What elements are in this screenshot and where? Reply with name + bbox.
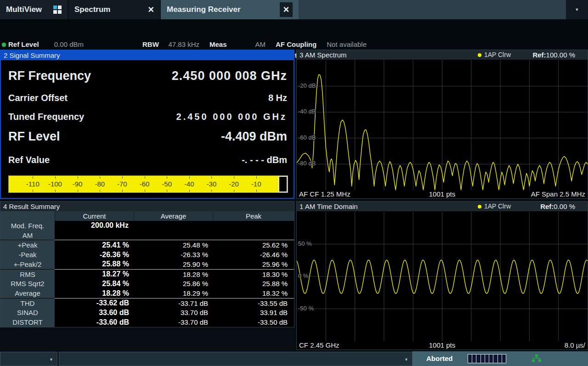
tab-spectrum[interactable]: Spectrum × bbox=[68, 0, 160, 19]
column-header-peak: Peak bbox=[213, 211, 294, 221]
close-icon[interactable]: × bbox=[148, 5, 154, 14]
close-button[interactable]: × bbox=[280, 2, 293, 17]
meter-tick: -70 bbox=[111, 176, 134, 192]
tab-multiview[interactable]: MultiView bbox=[0, 0, 68, 19]
x-axis-points-label: 1001 pts bbox=[395, 190, 490, 198]
measurement-status-dot bbox=[2, 43, 6, 47]
setting-ref-level[interactable]: Ref Level 0.00 dBm bbox=[8, 40, 84, 49]
progress-segment bbox=[502, 355, 506, 363]
trace-legend: 1AP Clrw bbox=[478, 50, 511, 60]
x-axis-right-label: 8.0 µs/ bbox=[490, 341, 585, 349]
y-axis-label: -40 dB bbox=[298, 108, 316, 115]
y-axis-label: 0 % bbox=[298, 272, 308, 279]
window-title: 1 AM Time Domain bbox=[300, 203, 358, 210]
setting-meas[interactable]: Meas AM bbox=[209, 40, 266, 49]
cell-current: 18.28 % bbox=[55, 289, 134, 298]
y-axis-label: 50 % bbox=[298, 240, 312, 247]
setting-rbw[interactable]: RBW 47.83 kHz bbox=[142, 40, 199, 49]
tab-label: Spectrum bbox=[74, 5, 110, 14]
table-row: Mod. Freq.200.00 kHz bbox=[0, 221, 294, 231]
column-header-current: Current bbox=[55, 211, 134, 221]
am-spectrum-plot[interactable]: -20 dB-40 dB-60 dB-80 dB bbox=[297, 60, 588, 190]
ref-level-readout: Ref:0.00 % bbox=[540, 202, 575, 211]
rf-level-meter-end-box bbox=[278, 176, 288, 192]
progress-segment bbox=[468, 355, 472, 363]
cell-average: 25.86 % bbox=[134, 280, 213, 287]
table-row: Average18.28 %18.29 %18.32 % bbox=[0, 288, 294, 298]
progress-segment bbox=[481, 355, 485, 363]
y-axis-label: -60 dB bbox=[298, 134, 316, 141]
window-title-result-summary[interactable]: 4 Result Summary bbox=[0, 202, 294, 211]
meter-tick: -10 bbox=[245, 176, 267, 192]
row-label: AM bbox=[0, 231, 55, 240]
tabbar-empty-area bbox=[299, 0, 566, 19]
row-label: SINAD bbox=[0, 308, 55, 318]
close-icon: × bbox=[283, 5, 289, 14]
cell-peak: 25.96 % bbox=[213, 260, 294, 268]
setting-af-coupling[interactable]: AF Coupling Not available bbox=[276, 40, 367, 49]
trace-legend: 1AP Clrw bbox=[478, 202, 511, 211]
signal-row-rf-level: RF Level -4.409 dBm bbox=[8, 130, 287, 144]
tabbar-dropdown-button[interactable]: ▼ bbox=[566, 0, 588, 19]
row-label: Mod. Freq. bbox=[0, 221, 55, 231]
row-label: Average bbox=[0, 288, 55, 298]
result-table-header: Current Average Peak bbox=[0, 211, 294, 221]
cell-peak: 18.30 % bbox=[213, 270, 294, 278]
am-time-domain-x-axis: CF 2.45 GHz 1001 pts 8.0 µs/ bbox=[297, 341, 588, 349]
table-row: DISTORT-33.60 dB-33.70 dB-33.50 dB bbox=[0, 317, 294, 327]
y-axis-label: -50 % bbox=[298, 305, 314, 312]
meter-tick: -50 bbox=[156, 176, 178, 192]
x-axis-left-label: AF CF 1.25 MHz bbox=[299, 190, 395, 198]
result-table-body: Mod. Freq.200.00 kHzAM+Peak25.41 %25.48 … bbox=[0, 221, 294, 327]
progress-segment bbox=[489, 355, 493, 363]
status-area: Aborted bbox=[413, 351, 588, 366]
am-time-domain-plot[interactable]: 50 %0 %-50 % bbox=[297, 212, 588, 341]
window-am-spectrum[interactable]: 3 AM Spectrum 1AP Clrw Ref:100.00 % -20 … bbox=[296, 50, 588, 199]
cell-average: 25.90 % bbox=[134, 260, 213, 268]
table-row: +Peak25.41 %25.48 %25.62 % bbox=[0, 240, 294, 250]
cell-peak: 25.88 % bbox=[213, 280, 294, 287]
meter-tick: -80 bbox=[89, 176, 111, 192]
table-row: RMS Sqrt225.84 %25.86 %25.88 % bbox=[0, 279, 294, 288]
x-axis-right-label: AF Span 2.5 MHz bbox=[490, 190, 585, 198]
network-status-icon bbox=[532, 355, 541, 364]
window-signal-summary[interactable]: 2 Signal Summary RF Frequency 2.450 000 … bbox=[0, 50, 294, 199]
tab-measuring-receiver[interactable]: Measuring Receiver × bbox=[161, 0, 299, 19]
x-axis-points-label: 1001 pts bbox=[395, 341, 490, 349]
meter-tick: -20 bbox=[223, 176, 245, 192]
measurement-status-text: Aborted bbox=[426, 355, 453, 362]
cell-peak: -26.46 % bbox=[213, 251, 294, 259]
chevron-down-icon: ▼ bbox=[575, 7, 579, 12]
window-am-time-domain[interactable]: 1 AM Time Domain 1AP Clrw Ref:0.00 % 50 … bbox=[296, 201, 588, 350]
cell-peak: -33.55 dB bbox=[213, 299, 294, 307]
cell-peak: 18.32 % bbox=[213, 289, 294, 297]
cell-current: 200.00 kHz bbox=[55, 221, 165, 230]
progress-segment bbox=[485, 355, 489, 363]
row-label: +-Peak/2 bbox=[0, 259, 55, 269]
y-axis-label: -20 dB bbox=[298, 82, 316, 89]
tab-label: MultiView bbox=[6, 5, 42, 14]
cell-current: -26.36 % bbox=[55, 251, 134, 259]
row-label: -Peak bbox=[0, 250, 55, 259]
row-label: RMS Sqrt2 bbox=[0, 279, 55, 288]
chevron-down-icon: ▼ bbox=[404, 357, 408, 362]
cell-current: -33.60 dB bbox=[55, 318, 134, 327]
progress-bar bbox=[468, 354, 506, 363]
status-dropdown-message[interactable]: ▼ bbox=[59, 352, 413, 366]
cell-average: 18.29 % bbox=[134, 289, 213, 297]
window-title-signal-summary[interactable]: 2 Signal Summary bbox=[1, 51, 294, 60]
ref-level-readout: Ref:100.00 % bbox=[532, 50, 575, 60]
table-row: +-Peak/225.88 %25.90 %25.96 % bbox=[0, 259, 294, 269]
window-header-am-time-domain[interactable]: 1 AM Time Domain 1AP Clrw Ref:0.00 % bbox=[297, 202, 588, 211]
table-row: AM bbox=[0, 231, 294, 240]
window-header-am-spectrum[interactable]: 3 AM Spectrum 1AP Clrw Ref:100.00 % bbox=[297, 50, 588, 60]
row-label: THD bbox=[0, 298, 55, 308]
status-dropdown-left[interactable]: ▼ bbox=[0, 352, 57, 366]
window-result-summary[interactable]: 4 Result Summary Current Average Peak Mo… bbox=[0, 201, 294, 327]
meter-tick: -110 bbox=[22, 176, 44, 192]
cell-peak: -33.50 dB bbox=[213, 318, 294, 326]
cell-current: 25.84 % bbox=[55, 280, 134, 288]
am-spectrum-x-axis: AF CF 1.25 MHz 1001 pts AF Span 2.5 MHz bbox=[297, 190, 588, 198]
table-row: SINAD33.60 dB33.70 dB33.91 dB bbox=[0, 308, 294, 318]
cell-current: 18.27 % bbox=[55, 270, 134, 278]
